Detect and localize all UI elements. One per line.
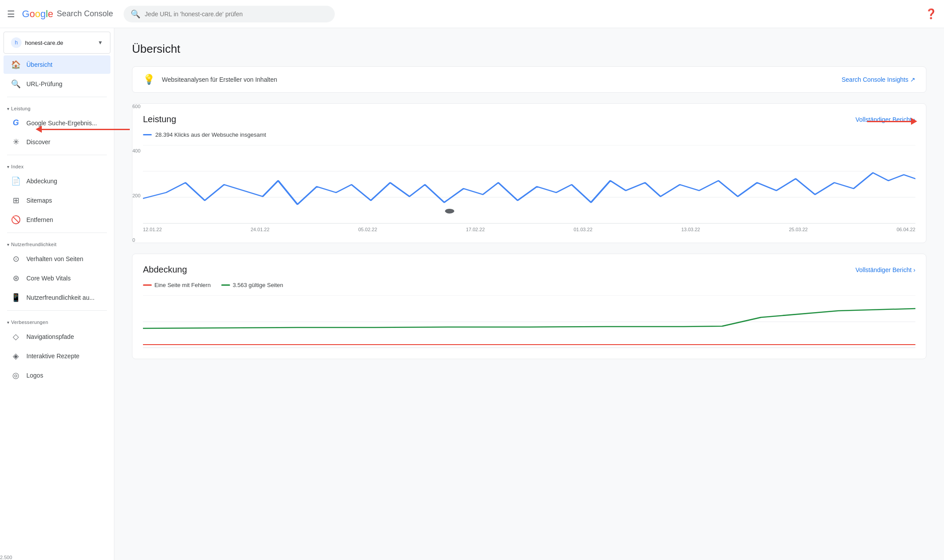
abdeckung-link-chevron: › (913, 266, 915, 273)
property-dropdown-icon: ▼ (98, 40, 103, 46)
y-label-600: 600 (132, 104, 146, 109)
arrow-annotation-right (867, 118, 917, 125)
leistung-chart-area: 12.01.22 24.01.22 05.02.22 17.02.22 01.0… (143, 145, 915, 232)
abdeckung-y-labels: 3.750 2.500 (0, 0, 19, 384)
sidebar-label-interaktive-rezepte: Interaktive Rezepte (26, 353, 80, 360)
x-label-4: 01.03.22 (574, 227, 593, 232)
sidebar-item-uebersicht[interactable]: 🏠 Übersicht (4, 55, 110, 74)
leistung-chart-wrapper: 600 400 200 0 (143, 145, 915, 232)
abdeckung-link-text: Vollständiger Bericht (856, 266, 912, 273)
google-logo: Google (22, 8, 53, 20)
leistung-card: Leistung Vollständiger Bericht › 28.394 … (132, 103, 926, 243)
sidebar-label-core-web: Core Web Vitals (26, 275, 71, 282)
sidebar-item-interaktive-rezepte[interactable]: ◈ Interaktive Rezepte (4, 347, 110, 365)
sidebar-item-url-pruefung[interactable]: 🔍 URL-Prüfung (4, 75, 110, 93)
legend-fehler-text: Eine Seite mit Fehlern (154, 282, 211, 288)
sidebar-label-logos: Logos (26, 372, 43, 379)
sidebar-label-uebersicht: Übersicht (26, 61, 52, 68)
sidebar-item-nutzer-au[interactable]: 📱 Nutzerfreundlichkeit au... (4, 288, 110, 307)
main-content: Übersicht 💡 Websiteanalysen für Erstelle… (114, 28, 944, 384)
search-bar[interactable]: 🔍 (124, 6, 335, 22)
sidebar-label-verhalten: Verhalten von Seiten (26, 255, 83, 262)
sidebar-item-verhalten[interactable]: ⊙ Verhalten von Seiten (4, 250, 110, 268)
property-selector[interactable]: h honest-care.de ▼ (4, 32, 110, 54)
x-label-5: 13.03.22 (681, 227, 700, 232)
abdeckung-vollstaendiger-bericht-link[interactable]: Vollständiger Bericht › (856, 266, 915, 273)
leistung-x-labels: 12.01.22 24.01.22 05.02.22 17.02.22 01.0… (143, 224, 915, 232)
sidebar-divider-2 (7, 155, 107, 155)
sidebar-label-discover: Discover (26, 138, 50, 145)
external-link-icon: ↗ (910, 76, 915, 83)
legend-red-line (143, 284, 152, 286)
search-bar-icon: 🔍 (131, 9, 140, 19)
leistung-chart-svg (143, 145, 915, 224)
sidebar-item-sitemaps[interactable]: ⊞ Sitemaps (4, 191, 110, 210)
legend-gueltig-text: 3.563 gültige Seiten (233, 282, 283, 288)
sidebar-item-logos[interactable]: ◎ Logos (4, 366, 110, 384)
x-label-6: 25.03.22 (789, 227, 808, 232)
insight-banner: 💡 Websiteanalysen für Ersteller von Inha… (132, 66, 926, 93)
legend-item-fehler: Eine Seite mit Fehlern (143, 282, 211, 288)
leistung-legend-text: 28.394 Klicks aus der Websuche insgesamt (155, 131, 266, 138)
logo[interactable]: Google Search Console (22, 8, 113, 20)
sidebar-label-entfernen: Entfernen (26, 216, 53, 223)
search-console-logo-text: Search Console (57, 9, 113, 18)
sidebar-divider-3 (7, 233, 107, 233)
x-label-3: 17.02.22 (466, 227, 485, 232)
header: ☰ Google Search Console 🔍 ❓ (0, 0, 944, 28)
sidebar-label-navigationspfade: Navigationspfade (26, 333, 74, 340)
legend-green-line (221, 284, 230, 286)
abdeckung-chart-svg (143, 295, 915, 348)
chart-tooltip-dot (445, 209, 454, 214)
sidebar-label-abdeckung: Abdeckung (26, 178, 57, 185)
menu-icon[interactable]: ☰ (7, 9, 15, 19)
x-label-1: 24.01.22 (251, 227, 270, 232)
search-console-insights-link[interactable]: Search Console Insights ↗ (842, 76, 915, 83)
abdeckung-card-header: Abdeckung Vollständiger Bericht › (143, 265, 915, 275)
sidebar-item-entfernen[interactable]: 🚫 Entfernen (4, 211, 110, 229)
abdeckung-card: Abdeckung Vollständiger Bericht › Eine S… (132, 254, 926, 359)
layout: h honest-care.de ▼ 🏠 Übersicht 🔍 URL-Prü… (0, 28, 944, 384)
insight-text: Websiteanalysen für Ersteller von Inhalt… (162, 76, 834, 83)
sidebar-divider-1 (7, 97, 107, 97)
leistung-legend: 28.394 Klicks aus der Websuche insgesamt (143, 131, 915, 138)
x-label-2: 05.02.22 (358, 227, 377, 232)
sidebar-label-nutzer-au: Nutzerfreundlichkeit au... (26, 294, 95, 301)
property-name: honest-care.de (25, 40, 94, 46)
abdeckung-chart-wrapper: 3.750 2.500 (143, 295, 915, 348)
sidebar-item-core-web[interactable]: ⊛ Core Web Vitals (4, 269, 110, 287)
leistung-card-header: Leistung Vollständiger Bericht › (143, 114, 915, 124)
x-label-7: 06.04.22 (896, 227, 915, 232)
legend-item-gueltig: 3.563 gültige Seiten (221, 282, 283, 288)
page-title: Übersicht (132, 42, 926, 56)
y-label-200: 200 (132, 193, 146, 198)
bulb-icon: 💡 (143, 74, 155, 85)
sidebar-item-navigationspfade[interactable]: ◇ Navigationspfade (4, 327, 110, 346)
y-label-0: 0 (132, 237, 146, 243)
abdeckung-legend: Eine Seite mit Fehlern 3.563 gültige Sei… (143, 282, 915, 288)
sidebar-item-discover[interactable]: ✳ Discover (4, 133, 110, 151)
help-icon[interactable]: ❓ (925, 8, 937, 20)
sidebar-item-abdeckung[interactable]: 📄 Abdeckung (4, 172, 110, 190)
abdeckung-title: Abdeckung (143, 265, 187, 275)
sidebar-label-sitemaps: Sitemaps (26, 197, 52, 204)
abdeckung-chart-area (143, 295, 915, 348)
insight-link-text: Search Console Insights (842, 76, 908, 83)
sidebar-label-url-pruefung: URL-Prüfung (26, 80, 62, 87)
arrow-annotation-left (36, 126, 130, 133)
search-input[interactable] (145, 11, 328, 18)
leistung-y-labels: 600 400 200 0 (132, 104, 148, 243)
sidebar-divider-4 (7, 310, 107, 311)
y-label-400: 400 (132, 148, 146, 153)
